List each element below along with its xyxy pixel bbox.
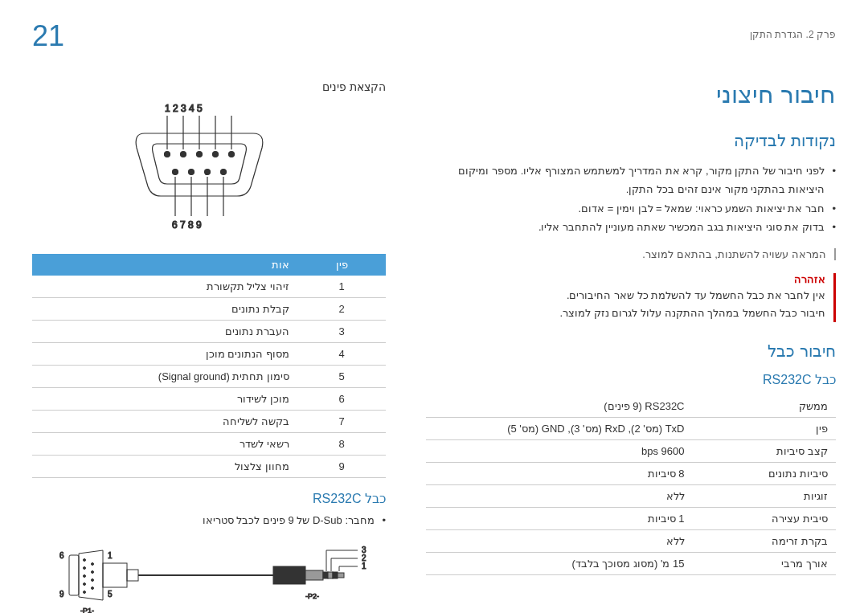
svg-point-32	[92, 579, 94, 582]
main-title: חיבור חיצוני	[426, 80, 836, 108]
column-right: חיבור חיצוני נקודות לבדיקה לפני חיבור של…	[426, 80, 836, 613]
svg-point-29	[84, 591, 86, 594]
pin-num: 5	[297, 366, 386, 388]
svg-point-27	[84, 575, 86, 578]
page-number: 21	[32, 19, 64, 53]
svg-point-6	[165, 152, 170, 157]
table-row: 3העברת נתונים	[32, 321, 386, 343]
warning-box: אזהרה אין לחבר את כבל החשמל עד להשלמת כל…	[426, 273, 836, 322]
svg-point-7	[181, 152, 186, 157]
svg-text:9: 9	[59, 590, 64, 599]
svg-point-14	[221, 170, 227, 175]
pin-sig: מחוון צלצול	[32, 456, 297, 478]
warning-title: אזהרה	[426, 273, 825, 285]
pin-sig: מוכן לשידור	[32, 388, 297, 411]
pin-num: 1	[297, 276, 386, 298]
pin-num: 7	[297, 411, 386, 433]
pin-sig: מסוף הנתונים מוכן	[32, 343, 297, 366]
th-pin: פין	[297, 254, 386, 276]
pin-num: 4	[297, 343, 386, 366]
cable-connection-title: חיבור כבל	[426, 341, 836, 361]
table-row: 9מחוון צלצול	[32, 456, 386, 478]
spec-table: ממשקRS232C (9 פינים) פיןTxD (מס' 2), RxD…	[426, 395, 836, 575]
table-row: אורך מרבי15 מ' (מסוג מסוכך בלבד)	[426, 552, 836, 574]
svg-point-31	[92, 571, 94, 574]
main-content: חיבור חיצוני נקודות לבדיקה לפני חיבור של…	[32, 80, 836, 613]
table-row: פיןTxD (מס' 2), RxD (מס' 3), GND (מס' 5)	[426, 417, 836, 439]
table-row: 1זיהוי צליל תקשורת	[32, 276, 386, 298]
th-signal: אות	[32, 254, 297, 276]
pin-num: 9	[297, 456, 386, 478]
spec-key: זוגיות	[693, 484, 837, 507]
svg-rect-24	[69, 555, 79, 595]
svg-text:-P1-: -P1-	[80, 607, 94, 613]
spec-val: 9600 bps	[426, 439, 693, 462]
svg-text:-P2-: -P2-	[305, 592, 319, 600]
svg-rect-39	[305, 570, 323, 580]
spec-key: פין	[693, 417, 837, 439]
spec-val: RS232C (9 פינים)	[426, 395, 693, 418]
table-row: בקרת זרימהללא	[426, 529, 836, 552]
checkpoints-title: נקודות לבדיקה	[426, 131, 836, 150]
table-row: 5סימון תחתית (Signal ground)	[32, 366, 386, 388]
spec-key: אורך מרבי	[693, 552, 837, 574]
warning-text: אין לחבר את כבל החשמל עד להשלמת כל שאר ה…	[426, 287, 825, 304]
svg-text:1: 1	[108, 551, 113, 560]
svg-point-28	[84, 583, 86, 586]
list-item: חבר את יציאות השמע כראוי: שמאל = לבן וימ…	[426, 199, 836, 218]
spec-val: TxD (מס' 2), RxD (מס' 3), GND (מס' 5)	[426, 417, 693, 439]
cable-section-title: כבל RS232C	[32, 491, 386, 506]
spec-val: ללא	[426, 529, 693, 552]
svg-rect-40	[323, 572, 328, 578]
spec-key: ממשק	[693, 395, 837, 418]
list-item: בדוק את סוגי היציאות בגב המכשיר שאתה מעו…	[426, 218, 836, 236]
pin-num: 6	[297, 388, 386, 411]
table-row: ממשקRS232C (9 פינים)	[426, 395, 836, 418]
note-box: המראה עשויה להשתנות, בהתאם למוצר.	[426, 248, 836, 260]
spec-key: קצב סיביות	[693, 439, 837, 462]
svg-point-10	[229, 152, 235, 157]
table-row: 7בקשה לשליחה	[32, 411, 386, 433]
spec-val: 15 מ' (מסוג מסוכך בלבד)	[426, 552, 693, 574]
spec-key: סיביות נתונים	[693, 462, 837, 484]
db9-connector-diagram: 1 2 3 4 5 6 7 8 9	[32, 100, 386, 239]
table-row: 6מוכן לשידור	[32, 388, 386, 411]
table-row: 8רשאי לשדר	[32, 433, 386, 456]
pin-num: 3	[297, 321, 386, 343]
cable-subtitle: כבל RS232C	[426, 372, 836, 387]
svg-text:1: 1	[362, 562, 366, 570]
table-row: סיביות נתונים8 סיביות	[426, 462, 836, 484]
svg-rect-38	[273, 566, 305, 584]
svg-rect-41	[328, 572, 333, 578]
pin-sig: העברת נתונים	[32, 321, 297, 343]
svg-text:5: 5	[108, 590, 113, 599]
table-row: זוגיותללא	[426, 484, 836, 507]
cable-note-list: מחבר: D-Sub של 9 פינים לכבל סטריאו	[32, 514, 386, 526]
spec-val: 1 סיביות	[426, 507, 693, 529]
pin-sig: רשאי לשדר	[32, 433, 297, 456]
spec-key: סיבית עצירה	[693, 507, 837, 529]
svg-rect-35	[127, 570, 138, 581]
spec-key: בקרת זרימה	[693, 529, 837, 552]
table-row: סיבית עצירה1 סיביות	[426, 507, 836, 529]
chapter-label: פרק 2. הגדרת התקן	[750, 29, 836, 40]
svg-rect-42	[333, 572, 338, 578]
svg-point-30	[92, 563, 94, 566]
svg-point-9	[213, 152, 219, 157]
pin-sig: בקשה לשליחה	[32, 411, 297, 433]
pin-sig: זיהוי צליל תקשורת	[32, 276, 297, 298]
note-text: המראה עשויה להשתנות, בהתאם למוצר.	[426, 248, 826, 260]
table-header-row: פין אות	[32, 254, 386, 276]
spec-val: ללא	[426, 484, 693, 507]
pin-sig: סימון תחתית (Signal ground)	[32, 366, 297, 388]
svg-point-26	[84, 567, 86, 570]
table-row: קצב סיביות9600 bps	[426, 439, 836, 462]
table-row: 2קבלת נתונים	[32, 298, 386, 321]
pin-assignment-title: הקצאת פינים	[32, 80, 386, 93]
svg-text:6: 6	[59, 551, 64, 560]
svg-point-13	[205, 170, 211, 175]
svg-text:1   2   3   4   5: 1 2 3 4 5	[165, 103, 203, 114]
column-left: הקצאת פינים 1 2 3 4 5 6 7 8 9	[32, 80, 386, 613]
svg-point-8	[197, 152, 203, 157]
list-item: לפני חיבור של התקן מקור, קרא את המדריך ל…	[426, 161, 836, 199]
